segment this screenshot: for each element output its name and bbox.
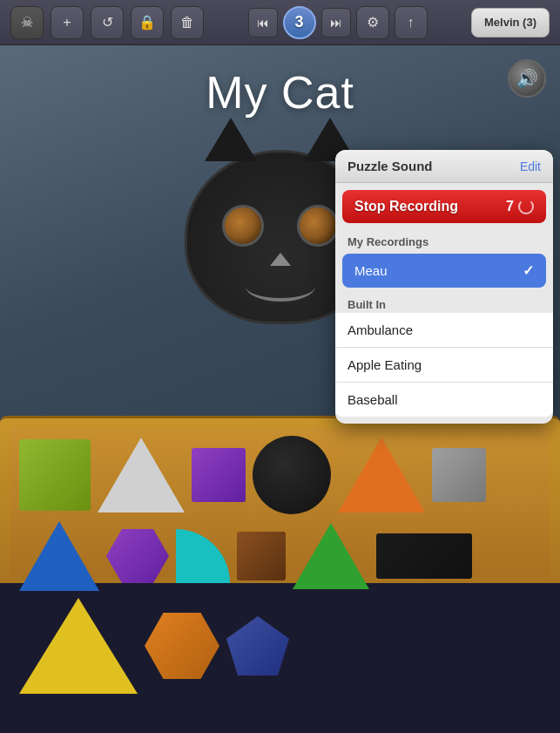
cat-ear-left [205,118,257,161]
trash-button[interactable]: 🗑 [171,6,204,39]
page-title: My Cat [0,45,560,119]
puzzle-sound-edit-button[interactable]: Edit [520,159,541,173]
builtin-item-baseball[interactable]: Baseball [335,383,553,417]
lock-icon: 🔒 [138,14,156,31]
builtin-item-ambulance[interactable]: Ambulance [335,313,553,348]
cat-eye-right [297,205,339,247]
piece-black-circle[interactable] [253,436,331,514]
piece-black-rect[interactable] [376,533,472,579]
puzzle-tray [0,416,560,583]
cat-smile [246,271,315,302]
cat-nose [270,253,291,266]
piece-brown-square[interactable] [237,532,286,580]
builtin-item-apple-eating[interactable]: Apple Eating [335,348,553,383]
builtin-name-ambulance: Ambulance [347,322,413,337]
undo-button[interactable]: ↺ [91,6,124,39]
skull-icon: ☠ [21,14,33,31]
piece-yellow-triangle[interactable] [19,598,138,694]
main-area: My Cat 🔊 Puzzle Sound Edit Stop Recordin… [0,45,560,583]
prev-page-button[interactable]: ⏮ [248,8,278,37]
piece-blue-triangle[interactable] [19,521,99,591]
user-button[interactable]: Melvin (3) [471,8,550,37]
page-number[interactable]: 3 [283,6,316,39]
piece-purple-square[interactable] [192,448,246,502]
next-icon: ⏭ [330,16,342,30]
builtin-name-apple-eating: Apple Eating [347,357,422,372]
add-icon: + [63,15,71,31]
my-recordings-label: My Recordings [335,230,553,250]
settings-button[interactable]: ⚙ [356,6,389,39]
next-page-button[interactable]: ⏭ [321,8,351,37]
recording-item-meau[interactable]: Meau ✓ [342,254,546,288]
sound-icon: 🔊 [516,68,538,89]
piece-orange-triangle[interactable] [338,438,425,512]
puzzle-sound-header: Puzzle Sound Edit [335,150,553,183]
recording-count: 7 [506,199,514,214]
built-in-label: Built In [335,291,553,313]
cat-eye-left [222,205,264,247]
share-icon: ↑ [408,15,415,31]
piece-purple-hex[interactable] [106,529,169,583]
puzzle-sound-panel: Puzzle Sound Edit Stop Recording 7 My Re… [335,150,553,424]
toolbar: ☠ + ↺ 🔒 🗑 ⏮ 3 ⏭ ⚙ ↑ Melv [0,0,560,45]
piece-orange-hex[interactable] [145,613,219,679]
lock-button[interactable]: 🔒 [131,6,164,39]
piece-cyan-arc[interactable] [176,529,230,583]
piece-white-triangle[interactable] [98,438,185,512]
toolbar-right: Melvin (3) [471,8,550,37]
prev-icon: ⏮ [257,16,269,30]
user-label: Melvin (3) [484,16,536,29]
stop-recording-button[interactable]: Stop Recording 7 [342,190,546,223]
piece-blue-pentagon[interactable] [226,616,289,675]
undo-icon: ↺ [102,14,113,31]
puzzle-sound-title: Puzzle Sound [347,159,433,173]
builtin-name-baseball: Baseball [347,392,398,407]
piece-green-triangle[interactable] [293,523,369,589]
piece-green-square[interactable] [19,439,91,511]
add-button[interactable]: + [51,6,84,39]
toolbar-left: ☠ + ↺ 🔒 🗑 [10,6,204,39]
trash-icon: 🗑 [180,15,194,31]
settings-icon: ⚙ [367,14,379,31]
share-button[interactable]: ↑ [395,6,428,39]
recording-badge: 7 [506,199,534,214]
selected-checkmark: ✓ [523,262,534,279]
sound-button[interactable]: 🔊 [508,59,546,98]
stop-recording-label: Stop Recording [354,199,458,214]
piece-gray-square[interactable] [432,448,486,502]
skull-button[interactable]: ☠ [10,6,44,39]
toolbar-center: ⏮ 3 ⏭ ⚙ ↑ [248,6,428,39]
recording-animation [518,199,534,214]
tray-pieces [10,427,550,577]
recording-name-meau: Meau [354,263,388,278]
